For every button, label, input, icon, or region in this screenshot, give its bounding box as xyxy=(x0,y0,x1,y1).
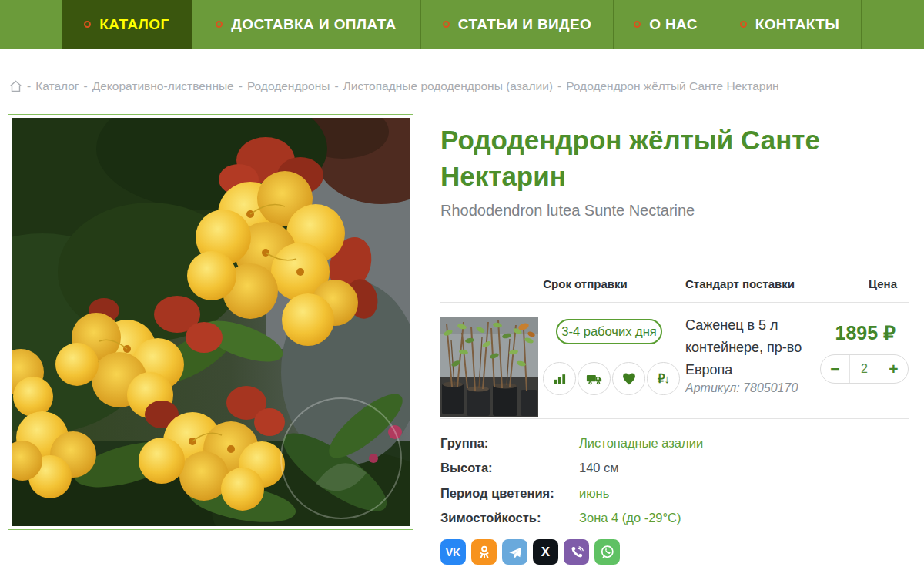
breadcrumb-item-catalog[interactable]: Каталог xyxy=(35,79,79,93)
bar-chart-icon xyxy=(552,371,567,387)
qty-increase-button[interactable]: + xyxy=(879,355,908,383)
sku: Артикул: 78050170 xyxy=(685,381,798,395)
vk-icon: VK xyxy=(446,546,460,558)
page: КАТАЛОГ ДОСТАВКА И ОПЛАТА СТАТЬИ И ВИДЕО… xyxy=(0,0,924,570)
nav-item-about[interactable]: О НАС xyxy=(613,0,718,49)
viber-phone-icon xyxy=(569,545,584,560)
qty-decrease-button[interactable]: − xyxy=(821,355,849,383)
offer-action-buttons: ₽↓ xyxy=(543,362,680,395)
nav-item-label: ДОСТАВКА И ОПЛАТА xyxy=(231,16,396,33)
odnoklassniki-icon xyxy=(477,545,492,560)
breadcrumb-separator: - xyxy=(557,79,561,93)
bullet-icon xyxy=(443,21,450,28)
ruble-down-icon: ₽↓ xyxy=(658,372,669,386)
attribute-label-bloom-period: Период цветения: xyxy=(440,486,554,501)
whatsapp-icon xyxy=(599,544,615,560)
table-divider xyxy=(440,302,909,303)
latin-name: Rhododendron lutea Sunte Nectarine xyxy=(440,202,695,220)
share-vk-button[interactable]: VK xyxy=(440,539,466,565)
column-header-standard: Стандарт поставки xyxy=(685,277,795,290)
shipping-badge: 3-4 рабочих дня xyxy=(556,319,662,344)
telegram-icon xyxy=(507,545,523,560)
breadcrumb-item-rhododendrons[interactable]: Рододендроны xyxy=(247,79,330,93)
social-share-bar: VK X xyxy=(440,539,620,565)
attribute-value-group[interactable]: Листопадные азалии xyxy=(579,436,703,451)
nav-item-articles-video[interactable]: СТАТЬИ И ВИДЕО xyxy=(420,0,613,49)
x-icon: X xyxy=(541,545,550,560)
share-viber-button[interactable] xyxy=(564,539,589,565)
truck-icon xyxy=(586,370,603,387)
offer-thumbnail[interactable] xyxy=(440,317,538,417)
breadcrumb-item-azaleas[interactable]: Листопадные рододендроны (азалии) xyxy=(343,79,553,93)
delivery-button[interactable] xyxy=(578,362,611,395)
share-whatsapp-button[interactable] xyxy=(594,539,620,565)
column-header-shipping: Срок отправки xyxy=(531,277,639,290)
nav-item-catalog[interactable]: КАТАЛОГ xyxy=(62,0,192,49)
bullet-icon xyxy=(216,21,223,28)
breadcrumb-separator: - xyxy=(27,79,31,93)
nav-item-label: О НАС xyxy=(649,16,698,33)
share-telegram-button[interactable] xyxy=(502,539,527,565)
main-nav-items: КАТАЛОГ ДОСТАВКА И ОПЛАТА СТАТЬИ И ВИДЕО… xyxy=(62,0,862,49)
attribute-label-winter-hardiness: Зимостойкость: xyxy=(440,511,541,525)
bullet-icon xyxy=(634,21,641,28)
nav-item-label: КОНТАКТЫ xyxy=(755,16,840,33)
compare-button[interactable] xyxy=(543,362,576,395)
breadcrumb-separator: - xyxy=(84,79,88,93)
nav-item-label: КАТАЛОГ xyxy=(99,16,169,33)
breadcrumb-item-deciduous[interactable]: Декоративно-лиственные xyxy=(92,79,234,93)
nav-item-label: СТАТЬИ И ВИДЕО xyxy=(458,16,592,33)
breadcrumb-separator: - xyxy=(334,79,338,93)
breadcrumb-separator: - xyxy=(239,79,243,93)
attribute-label-height: Высота: xyxy=(440,461,493,475)
column-header-price: Цена xyxy=(835,277,897,290)
price: 1895 ₽ xyxy=(780,322,896,344)
nav-item-delivery-payment[interactable]: ДОСТАВКА И ОПЛАТА xyxy=(192,0,420,49)
breadcrumb: - Каталог - Декоративно-лиственные - Род… xyxy=(9,79,779,93)
attribute-value-height: 140 см xyxy=(579,461,619,475)
breadcrumb-item-current: Рододендрон жёлтый Санте Нектарин xyxy=(566,79,778,93)
page-title: Рододендрон жёлтый Санте Нектарин xyxy=(440,122,902,194)
product-photo[interactable] xyxy=(8,114,413,530)
favorite-button[interactable] xyxy=(612,362,645,395)
share-x-button[interactable]: X xyxy=(533,539,558,565)
bullet-icon xyxy=(740,21,747,28)
attribute-label-group: Группа: xyxy=(440,436,488,451)
table-divider xyxy=(440,418,909,419)
main-nav: КАТАЛОГ ДОСТАВКА И ОПЛАТА СТАТЬИ И ВИДЕО… xyxy=(0,0,924,49)
home-icon[interactable] xyxy=(9,80,22,92)
price-drop-subscribe-button[interactable]: ₽↓ xyxy=(647,362,680,395)
attribute-value-bloom-period[interactable]: июнь xyxy=(579,486,609,501)
share-odnoklassniki-button[interactable] xyxy=(471,539,497,565)
attribute-value-winter-hardiness[interactable]: Зона 4 (до -29°C) xyxy=(579,511,681,525)
heart-icon xyxy=(621,371,637,387)
quantity-stepper: − 2 + xyxy=(820,354,909,384)
bullet-icon xyxy=(84,21,91,28)
seedling-thumbnail-illustration xyxy=(440,317,538,417)
nav-item-contacts[interactable]: КОНТАКТЫ xyxy=(718,0,862,49)
quantity-value[interactable]: 2 xyxy=(849,355,879,383)
azalea-photo-illustration xyxy=(12,118,410,526)
